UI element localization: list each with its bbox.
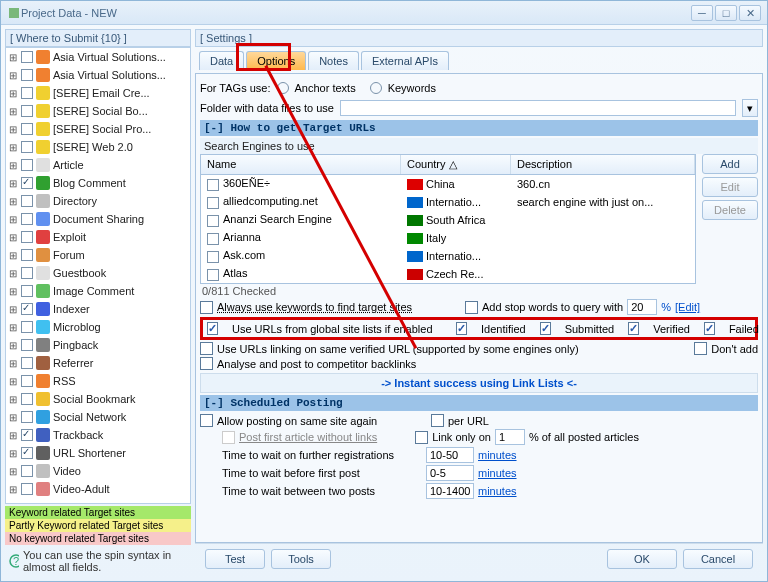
engine-row[interactable]: 360EÑE÷China360.cn [201,175,695,193]
chk-identified[interactable] [456,322,467,335]
expand-icon[interactable]: ⊞ [8,268,18,279]
expand-icon[interactable]: ⊞ [8,232,18,243]
tree-checkbox[interactable] [21,141,33,153]
tree-item[interactable]: ⊞[SERE] Web 2.0 [6,138,190,156]
chk-per-url[interactable] [431,414,444,427]
wait-reg-input[interactable] [426,447,474,463]
tree-checkbox[interactable] [21,177,33,189]
tree-item[interactable]: ⊞Social Bookmark [6,390,190,408]
tree-checkbox[interactable] [21,267,33,279]
tree-checkbox[interactable] [21,393,33,405]
tree-item[interactable]: ⊞Referrer [6,354,190,372]
tree-item[interactable]: ⊞Video [6,462,190,480]
tree-checkbox[interactable] [21,105,33,117]
expand-icon[interactable]: ⊞ [8,322,18,333]
engine-row[interactable]: Ask.comInternatio... [201,247,695,265]
tree-item[interactable]: ⊞Image Comment [6,282,190,300]
tree-item[interactable]: ⊞Indexer [6,300,190,318]
tree-checkbox[interactable] [21,285,33,297]
tree-checkbox[interactable] [21,195,33,207]
col-country[interactable]: Country △ [401,155,511,174]
expand-icon[interactable]: ⊞ [8,214,18,225]
engine-row[interactable]: AriannaItaly [201,229,695,247]
radio-anchor[interactable] [277,82,289,94]
edit-button[interactable]: Edit [702,177,758,197]
tree-item[interactable]: ⊞Social Network [6,408,190,426]
chk-verified[interactable] [628,322,639,335]
engine-checkbox[interactable] [207,215,219,227]
chk-failed[interactable] [704,322,715,335]
section-target-urls[interactable]: [-] How to get Target URLs [200,120,758,136]
tree-checkbox[interactable] [21,339,33,351]
expand-icon[interactable]: ⊞ [8,304,18,315]
wait-first-input[interactable] [426,465,474,481]
tree-checkbox[interactable] [21,465,33,477]
tree-checkbox[interactable] [21,303,33,315]
tree-checkbox[interactable] [21,411,33,423]
expand-icon[interactable]: ⊞ [8,196,18,207]
expand-icon[interactable]: ⊞ [8,412,18,423]
engine-checkbox[interactable] [207,251,219,263]
chk-add-stop[interactable] [465,301,478,314]
chk-use-global[interactable] [207,322,218,335]
expand-icon[interactable]: ⊞ [8,484,18,495]
expand-icon[interactable]: ⊞ [8,376,18,387]
chk-dont-add[interactable] [694,342,707,355]
chk-link-only[interactable] [415,431,428,444]
expand-icon[interactable]: ⊞ [8,160,18,171]
tools-button[interactable]: Tools [271,549,331,569]
col-name[interactable]: Name [201,155,401,174]
tree-item[interactable]: ⊞[SERE] Social Bo... [6,102,190,120]
tab-external-apis[interactable]: External APIs [361,51,449,70]
expand-icon[interactable]: ⊞ [8,448,18,459]
expand-icon[interactable]: ⊞ [8,250,18,261]
tree-item[interactable]: ⊞Document Sharing [6,210,190,228]
tree-item[interactable]: ⊞Guestbook [6,264,190,282]
link-only-value[interactable] [495,429,525,445]
expand-icon[interactable]: ⊞ [8,178,18,189]
tree-item[interactable]: ⊞URL Shortener [6,444,190,462]
engine-checkbox[interactable] [207,197,219,209]
tree-item[interactable]: ⊞Pingback [6,336,190,354]
instant-success-link[interactable]: -> Instant success using Link Lists <- [200,373,758,393]
radio-keywords[interactable] [370,82,382,94]
tree-item[interactable]: ⊞[SERE] Social Pro... [6,120,190,138]
folder-input[interactable] [340,100,736,116]
expand-icon[interactable]: ⊞ [8,340,18,351]
tree-checkbox[interactable] [21,69,33,81]
tree-item[interactable]: ⊞Asia Virtual Solutions... [6,66,190,84]
minutes-1[interactable]: minutes [478,449,517,461]
cancel-button[interactable]: Cancel [683,549,753,569]
tree-item[interactable]: ⊞Asia Virtual Solutions... [6,48,190,66]
expand-icon[interactable]: ⊞ [8,52,18,63]
engine-checkbox[interactable] [207,269,219,281]
expand-icon[interactable]: ⊞ [8,394,18,405]
delete-button[interactable]: Delete [702,200,758,220]
tree-item[interactable]: ⊞Blog Comment [6,174,190,192]
expand-icon[interactable]: ⊞ [8,88,18,99]
engine-row[interactable]: alliedcomputing.netInternatio...search e… [201,193,695,211]
tree-checkbox[interactable] [21,357,33,369]
maximize-button[interactable]: □ [715,5,737,21]
engine-row[interactable]: Ananzi Search EngineSouth Africa [201,211,695,229]
close-button[interactable]: ✕ [739,5,761,21]
col-description[interactable]: Description [511,155,695,174]
expand-icon[interactable]: ⊞ [8,106,18,117]
tree-checkbox[interactable] [21,231,33,243]
expand-icon[interactable]: ⊞ [8,430,18,441]
engine-checkbox[interactable] [207,233,219,245]
tree-item[interactable]: ⊞RSS [6,372,190,390]
chk-use-same-url[interactable] [200,342,213,355]
edit-link[interactable]: [Edit] [675,301,700,313]
ok-button[interactable]: OK [607,549,677,569]
expand-icon[interactable]: ⊞ [8,142,18,153]
chk-analyse[interactable] [200,357,213,370]
engine-checkbox[interactable] [207,179,219,191]
minimize-button[interactable]: ─ [691,5,713,21]
tree-item[interactable]: ⊞Forum [6,246,190,264]
tab-options[interactable]: Options [246,51,306,70]
tree-checkbox[interactable] [21,87,33,99]
tree-checkbox[interactable] [21,213,33,225]
minutes-3[interactable]: minutes [478,485,517,497]
tree-item[interactable]: ⊞[SERE] Email Cre... [6,84,190,102]
